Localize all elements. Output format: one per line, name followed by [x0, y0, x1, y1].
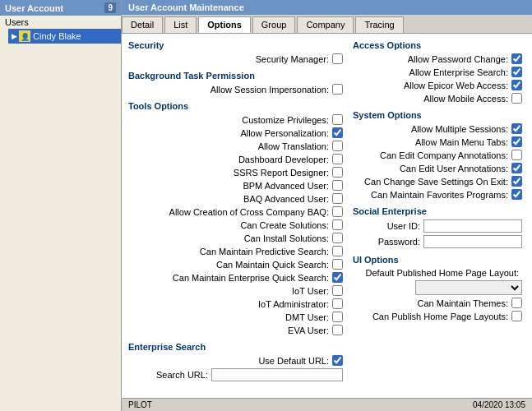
maintain-themes-label: Can Maintain Themes:: [418, 298, 508, 308]
allow-multiple-sessions-checkbox[interactable]: [511, 123, 522, 134]
security-manager-checkbox[interactable]: [332, 53, 343, 64]
allow-session-row: Allow Session Impersonation:: [128, 84, 346, 95]
maintain-themes-checkbox[interactable]: [511, 298, 522, 308]
sidebar: User Account 9 Users ▶ 👤 Cindy Blake: [0, 0, 122, 411]
bpm-advanced-checkbox[interactable]: [332, 180, 343, 191]
maintain-predictive-checkbox[interactable]: [332, 246, 343, 256]
install-solutions-checkbox[interactable]: [332, 233, 343, 243]
create-solutions-checkbox[interactable]: [332, 219, 343, 230]
cindy-blake-label: Cindy Blake: [33, 31, 81, 41]
allow-password-label: Allow Password Change:: [408, 54, 508, 64]
allow-epicor-web-checkbox[interactable]: [511, 80, 522, 90]
enterprise-search-section-title: Enterprise Search: [128, 342, 346, 352]
dmt-user-checkbox[interactable]: [332, 312, 343, 322]
allow-translation-checkbox[interactable]: [332, 141, 343, 151]
search-url-input[interactable]: [211, 368, 343, 381]
allow-mobile-checkbox[interactable]: [511, 93, 522, 104]
baq-advanced-row: BAQ Advanced User:: [128, 193, 346, 204]
allow-session-label: Allow Session Impersonation:: [210, 85, 329, 95]
left-column: Security Security Manager: Background Ta…: [128, 40, 346, 391]
can-edit-company-annotations-label: Can Edit Company Annotations:: [380, 150, 508, 160]
social-enterprise-title: Social Enterprise: [353, 206, 525, 216]
allow-password-checkbox[interactable]: [511, 53, 522, 64]
use-default-url-row: Use Default URL:: [128, 355, 346, 366]
tab-list[interactable]: List: [164, 16, 197, 33]
allow-mobile-label: Allow Mobile Access:: [423, 94, 508, 104]
right-column: Access Options Allow Password Change: Al…: [353, 40, 525, 391]
allow-mobile-row: Allow Mobile Access:: [353, 93, 525, 104]
eva-user-label: EVA User:: [288, 326, 329, 335]
allow-personalization-checkbox[interactable]: [332, 127, 343, 138]
can-change-save-settings-label: Can Change Save Settings On Exit:: [364, 177, 508, 187]
iot-user-checkbox[interactable]: [332, 285, 343, 296]
maintain-quick-label: Can Maintain Quick Search:: [216, 260, 329, 270]
search-url-row: Search URL:: [128, 368, 346, 381]
customize-privs-label: Customize Privileges:: [242, 115, 329, 125]
bpm-advanced-row: BPM Advanced User:: [128, 180, 346, 191]
eva-user-checkbox[interactable]: [332, 325, 343, 335]
tab-tracing[interactable]: Tracing: [355, 16, 403, 33]
tab-company[interactable]: Company: [297, 16, 354, 33]
cross-company-baq-checkbox[interactable]: [332, 206, 343, 217]
allow-main-menu-tabs-label: Allow Main Menu Tabs:: [415, 137, 508, 147]
access-options-title: Access Options: [353, 40, 525, 50]
ui-options-title: UI Options: [353, 255, 525, 265]
can-edit-user-annotations-checkbox[interactable]: [511, 163, 522, 173]
iot-admin-label: IoT Administrator:: [258, 299, 329, 309]
can-maintain-favorites-label: Can Maintain Favorites Programs:: [371, 190, 508, 200]
content-title: User Account Maintenance: [128, 2, 244, 12]
bpm-advanced-label: BPM Advanced User:: [243, 181, 329, 191]
security-manager-row: Security Manager:: [128, 53, 346, 64]
sidebar-count: 9: [104, 2, 116, 13]
password-input[interactable]: [423, 235, 522, 248]
publish-home-checkbox[interactable]: [511, 311, 522, 321]
iot-admin-checkbox[interactable]: [332, 298, 343, 309]
ui-dropdown-row: [353, 280, 525, 295]
baq-advanced-checkbox[interactable]: [332, 193, 343, 204]
allow-personalization-label: Allow Personalization:: [240, 128, 329, 138]
allow-enterprise-search-row: Allow Enterprise Search:: [353, 67, 525, 77]
allow-translation-label: Allow Translation:: [258, 141, 329, 151]
can-change-save-settings-checkbox[interactable]: [511, 176, 522, 187]
tools-section-title: Tools Options: [128, 101, 346, 111]
maintain-quick-checkbox[interactable]: [332, 259, 343, 270]
can-maintain-favorites-checkbox[interactable]: [511, 189, 522, 200]
use-default-url-checkbox[interactable]: [332, 355, 343, 366]
dashboard-developer-checkbox[interactable]: [332, 154, 343, 164]
status-right: 04/2020 13:05: [473, 400, 525, 409]
status-bar: PILOT 04/2020 13:05: [122, 398, 532, 411]
ssrs-report-label: SSRS Report Designer:: [234, 168, 329, 178]
maintain-enterprise-quick-label: Can Maintain Enterprise Quick Search:: [173, 273, 329, 283]
allow-main-menu-tabs-checkbox[interactable]: [511, 136, 522, 147]
password-label: Password:: [378, 237, 420, 247]
tab-detail[interactable]: Detail: [122, 16, 163, 33]
users-label: Users: [5, 17, 29, 27]
user-id-input[interactable]: [423, 219, 522, 233]
maintain-enterprise-quick-checkbox[interactable]: [332, 272, 343, 283]
sidebar-item-users[interactable]: Users: [0, 16, 121, 29]
ssrs-report-checkbox[interactable]: [332, 167, 343, 178]
tab-options[interactable]: Options: [198, 16, 251, 33]
can-edit-company-annotations-row: Can Edit Company Annotations:: [353, 150, 525, 160]
maintain-predictive-row: Can Maintain Predictive Search:: [128, 246, 346, 256]
allow-epicor-web-label: Allow Epicor Web Access:: [404, 81, 508, 90]
default-home-dropdown[interactable]: [415, 280, 522, 295]
install-solutions-row: Can Install Solutions:: [128, 233, 346, 243]
tab-group[interactable]: Group: [252, 16, 296, 33]
sidebar-item-cindy-blake[interactable]: ▶ 👤 Cindy Blake: [8, 29, 121, 44]
allow-personalization-row: Allow Personalization:: [128, 127, 346, 138]
allow-main-menu-tabs-row: Allow Main Menu Tabs:: [353, 136, 525, 147]
allow-translation-row: Allow Translation:: [128, 141, 346, 151]
maintain-themes-row: Can Maintain Themes:: [353, 298, 525, 308]
default-home-row: Default Published Home Page Layout:: [353, 268, 525, 278]
customize-privs-checkbox[interactable]: [332, 114, 343, 125]
maintain-quick-row: Can Maintain Quick Search:: [128, 259, 346, 270]
maintain-enterprise-quick-row: Can Maintain Enterprise Quick Search:: [128, 272, 346, 283]
allow-enterprise-search-checkbox[interactable]: [511, 67, 522, 77]
customize-privs-row: Customize Privileges:: [128, 114, 346, 125]
can-edit-company-annotations-checkbox[interactable]: [511, 150, 522, 160]
dmt-user-label: DMT User:: [285, 312, 329, 322]
allow-session-checkbox[interactable]: [332, 84, 343, 95]
system-options-title: System Options: [353, 110, 525, 120]
maintain-predictive-label: Can Maintain Predictive Search:: [200, 247, 329, 256]
